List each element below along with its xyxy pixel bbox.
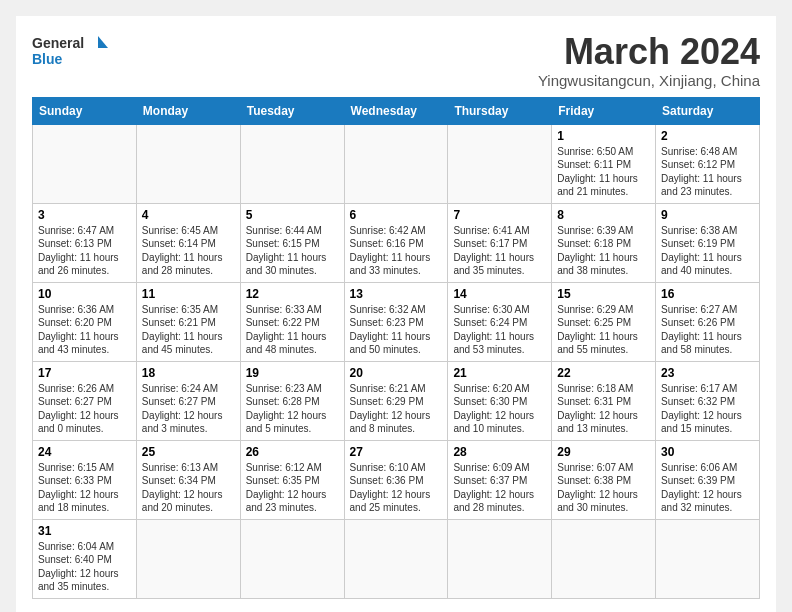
day-info: Sunrise: 6:06 AM Sunset: 6:39 PM Dayligh…: [661, 461, 754, 515]
day-cell: 3Sunrise: 6:47 AM Sunset: 6:13 PM Daylig…: [33, 203, 137, 282]
day-cell: 26Sunrise: 6:12 AM Sunset: 6:35 PM Dayli…: [240, 440, 344, 519]
svg-text:Blue: Blue: [32, 51, 63, 67]
day-info: Sunrise: 6:18 AM Sunset: 6:31 PM Dayligh…: [557, 382, 650, 436]
day-number: 29: [557, 445, 650, 459]
day-cell: 20Sunrise: 6:21 AM Sunset: 6:29 PM Dayli…: [344, 361, 448, 440]
day-info: Sunrise: 6:29 AM Sunset: 6:25 PM Dayligh…: [557, 303, 650, 357]
day-cell: 7Sunrise: 6:41 AM Sunset: 6:17 PM Daylig…: [448, 203, 552, 282]
day-info: Sunrise: 6:47 AM Sunset: 6:13 PM Dayligh…: [38, 224, 131, 278]
day-number: 3: [38, 208, 131, 222]
day-cell: 9Sunrise: 6:38 AM Sunset: 6:19 PM Daylig…: [656, 203, 760, 282]
day-cell: 14Sunrise: 6:30 AM Sunset: 6:24 PM Dayli…: [448, 282, 552, 361]
day-info: Sunrise: 6:17 AM Sunset: 6:32 PM Dayligh…: [661, 382, 754, 436]
day-info: Sunrise: 6:09 AM Sunset: 6:37 PM Dayligh…: [453, 461, 546, 515]
day-number: 2: [661, 129, 754, 143]
weekday-friday: Friday: [552, 97, 656, 124]
day-cell: 21Sunrise: 6:20 AM Sunset: 6:30 PM Dayli…: [448, 361, 552, 440]
day-cell: [136, 519, 240, 598]
day-cell: 12Sunrise: 6:33 AM Sunset: 6:22 PM Dayli…: [240, 282, 344, 361]
day-info: Sunrise: 6:04 AM Sunset: 6:40 PM Dayligh…: [38, 540, 131, 594]
day-number: 27: [350, 445, 443, 459]
day-number: 15: [557, 287, 650, 301]
weekday-sunday: Sunday: [33, 97, 137, 124]
calendar-title: March 2024: [538, 32, 760, 72]
day-info: Sunrise: 6:30 AM Sunset: 6:24 PM Dayligh…: [453, 303, 546, 357]
day-info: Sunrise: 6:10 AM Sunset: 6:36 PM Dayligh…: [350, 461, 443, 515]
day-info: Sunrise: 6:07 AM Sunset: 6:38 PM Dayligh…: [557, 461, 650, 515]
day-cell: 5Sunrise: 6:44 AM Sunset: 6:15 PM Daylig…: [240, 203, 344, 282]
weekday-wednesday: Wednesday: [344, 97, 448, 124]
weekday-monday: Monday: [136, 97, 240, 124]
day-number: 24: [38, 445, 131, 459]
day-cell: [33, 124, 137, 203]
day-number: 30: [661, 445, 754, 459]
day-info: Sunrise: 6:20 AM Sunset: 6:30 PM Dayligh…: [453, 382, 546, 436]
day-info: Sunrise: 6:36 AM Sunset: 6:20 PM Dayligh…: [38, 303, 131, 357]
day-number: 6: [350, 208, 443, 222]
day-number: 21: [453, 366, 546, 380]
day-cell: 6Sunrise: 6:42 AM Sunset: 6:16 PM Daylig…: [344, 203, 448, 282]
week-row-6: 31Sunrise: 6:04 AM Sunset: 6:40 PM Dayli…: [33, 519, 760, 598]
title-block: March 2024 Yingwusitangcun, Xinjiang, Ch…: [538, 32, 760, 89]
day-info: Sunrise: 6:39 AM Sunset: 6:18 PM Dayligh…: [557, 224, 650, 278]
day-cell: 11Sunrise: 6:35 AM Sunset: 6:21 PM Dayli…: [136, 282, 240, 361]
logo-svg: General Blue: [32, 32, 112, 76]
day-cell: 15Sunrise: 6:29 AM Sunset: 6:25 PM Dayli…: [552, 282, 656, 361]
day-cell: 24Sunrise: 6:15 AM Sunset: 6:33 PM Dayli…: [33, 440, 137, 519]
day-info: Sunrise: 6:33 AM Sunset: 6:22 PM Dayligh…: [246, 303, 339, 357]
weekday-header-row: SundayMondayTuesdayWednesdayThursdayFrid…: [33, 97, 760, 124]
day-cell: 17Sunrise: 6:26 AM Sunset: 6:27 PM Dayli…: [33, 361, 137, 440]
day-info: Sunrise: 6:48 AM Sunset: 6:12 PM Dayligh…: [661, 145, 754, 199]
day-number: 28: [453, 445, 546, 459]
day-info: Sunrise: 6:41 AM Sunset: 6:17 PM Dayligh…: [453, 224, 546, 278]
day-number: 5: [246, 208, 339, 222]
day-number: 23: [661, 366, 754, 380]
day-number: 22: [557, 366, 650, 380]
day-cell: 2Sunrise: 6:48 AM Sunset: 6:12 PM Daylig…: [656, 124, 760, 203]
week-row-4: 17Sunrise: 6:26 AM Sunset: 6:27 PM Dayli…: [33, 361, 760, 440]
day-number: 20: [350, 366, 443, 380]
day-number: 11: [142, 287, 235, 301]
weekday-saturday: Saturday: [656, 97, 760, 124]
calendar-page: General Blue March 2024 Yingwusitangcun,…: [16, 16, 776, 612]
day-info: Sunrise: 6:35 AM Sunset: 6:21 PM Dayligh…: [142, 303, 235, 357]
calendar-table: SundayMondayTuesdayWednesdayThursdayFrid…: [32, 97, 760, 599]
day-cell: 10Sunrise: 6:36 AM Sunset: 6:20 PM Dayli…: [33, 282, 137, 361]
day-cell: 25Sunrise: 6:13 AM Sunset: 6:34 PM Dayli…: [136, 440, 240, 519]
svg-text:General: General: [32, 35, 84, 51]
day-number: 31: [38, 524, 131, 538]
day-cell: 22Sunrise: 6:18 AM Sunset: 6:31 PM Dayli…: [552, 361, 656, 440]
day-number: 10: [38, 287, 131, 301]
day-cell: 28Sunrise: 6:09 AM Sunset: 6:37 PM Dayli…: [448, 440, 552, 519]
day-info: Sunrise: 6:21 AM Sunset: 6:29 PM Dayligh…: [350, 382, 443, 436]
day-cell: 13Sunrise: 6:32 AM Sunset: 6:23 PM Dayli…: [344, 282, 448, 361]
day-info: Sunrise: 6:42 AM Sunset: 6:16 PM Dayligh…: [350, 224, 443, 278]
day-number: 17: [38, 366, 131, 380]
day-cell: 18Sunrise: 6:24 AM Sunset: 6:27 PM Dayli…: [136, 361, 240, 440]
day-number: 18: [142, 366, 235, 380]
day-info: Sunrise: 6:12 AM Sunset: 6:35 PM Dayligh…: [246, 461, 339, 515]
day-cell: 31Sunrise: 6:04 AM Sunset: 6:40 PM Dayli…: [33, 519, 137, 598]
day-number: 25: [142, 445, 235, 459]
day-number: 16: [661, 287, 754, 301]
day-cell: 30Sunrise: 6:06 AM Sunset: 6:39 PM Dayli…: [656, 440, 760, 519]
week-row-3: 10Sunrise: 6:36 AM Sunset: 6:20 PM Dayli…: [33, 282, 760, 361]
day-cell: 27Sunrise: 6:10 AM Sunset: 6:36 PM Dayli…: [344, 440, 448, 519]
day-info: Sunrise: 6:13 AM Sunset: 6:34 PM Dayligh…: [142, 461, 235, 515]
weekday-thursday: Thursday: [448, 97, 552, 124]
logo: General Blue: [32, 32, 112, 76]
day-cell: [240, 519, 344, 598]
day-number: 7: [453, 208, 546, 222]
day-info: Sunrise: 6:32 AM Sunset: 6:23 PM Dayligh…: [350, 303, 443, 357]
day-number: 9: [661, 208, 754, 222]
day-cell: 29Sunrise: 6:07 AM Sunset: 6:38 PM Dayli…: [552, 440, 656, 519]
day-cell: 1Sunrise: 6:50 AM Sunset: 6:11 PM Daylig…: [552, 124, 656, 203]
day-info: Sunrise: 6:27 AM Sunset: 6:26 PM Dayligh…: [661, 303, 754, 357]
day-cell: [552, 519, 656, 598]
day-info: Sunrise: 6:45 AM Sunset: 6:14 PM Dayligh…: [142, 224, 235, 278]
day-info: Sunrise: 6:24 AM Sunset: 6:27 PM Dayligh…: [142, 382, 235, 436]
day-info: Sunrise: 6:50 AM Sunset: 6:11 PM Dayligh…: [557, 145, 650, 199]
day-cell: [448, 124, 552, 203]
day-info: Sunrise: 6:23 AM Sunset: 6:28 PM Dayligh…: [246, 382, 339, 436]
day-number: 26: [246, 445, 339, 459]
